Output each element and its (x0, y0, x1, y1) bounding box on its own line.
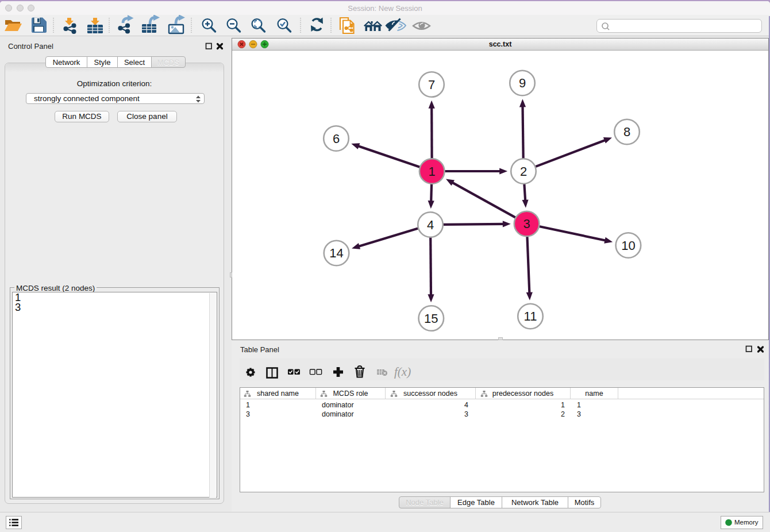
svg-text:8: 8 (623, 125, 630, 139)
svg-text:11: 11 (524, 309, 537, 323)
svg-text:14: 14 (329, 246, 343, 260)
svg-text:9: 9 (519, 76, 526, 90)
svg-text:15: 15 (424, 311, 438, 326)
svg-text:10: 10 (621, 238, 635, 253)
svg-text:f(x): f(x) (394, 365, 411, 379)
svg-text:2: 2 (520, 164, 527, 179)
svg-text:6: 6 (333, 132, 340, 146)
svg-text:3: 3 (523, 217, 530, 231)
svg-text:7: 7 (428, 78, 435, 92)
svg-text:4: 4 (427, 218, 434, 232)
svg-text:1: 1 (429, 164, 436, 179)
